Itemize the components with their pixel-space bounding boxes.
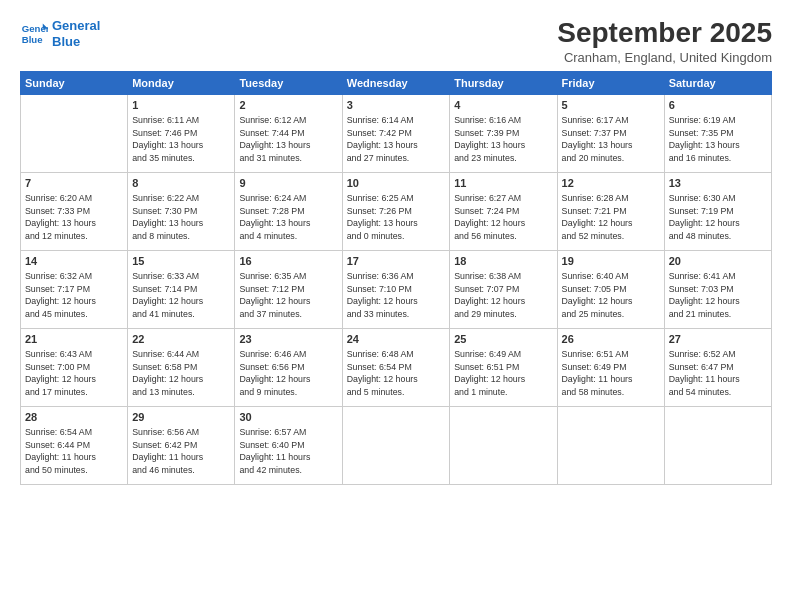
week-row-1: 1Sunrise: 6:11 AM Sunset: 7:46 PM Daylig…: [21, 94, 772, 172]
title-block: September 2025 Cranham, England, United …: [557, 18, 772, 65]
week-row-4: 21Sunrise: 6:43 AM Sunset: 7:00 PM Dayli…: [21, 328, 772, 406]
calendar-cell: 24Sunrise: 6:48 AM Sunset: 6:54 PM Dayli…: [342, 328, 449, 406]
day-info: Sunrise: 6:38 AM Sunset: 7:07 PM Dayligh…: [454, 271, 525, 320]
svg-text:Blue: Blue: [22, 33, 43, 44]
calendar-cell: 8Sunrise: 6:22 AM Sunset: 7:30 PM Daylig…: [128, 172, 235, 250]
week-row-2: 7Sunrise: 6:20 AM Sunset: 7:33 PM Daylig…: [21, 172, 772, 250]
calendar-title: September 2025: [557, 18, 772, 49]
day-number: 14: [25, 254, 123, 269]
calendar-cell: 9Sunrise: 6:24 AM Sunset: 7:28 PM Daylig…: [235, 172, 342, 250]
day-number: 7: [25, 176, 123, 191]
day-info: Sunrise: 6:20 AM Sunset: 7:33 PM Dayligh…: [25, 193, 96, 242]
calendar-cell: 13Sunrise: 6:30 AM Sunset: 7:19 PM Dayli…: [664, 172, 771, 250]
weekday-header-thursday: Thursday: [450, 71, 557, 94]
weekday-header-row: SundayMondayTuesdayWednesdayThursdayFrid…: [21, 71, 772, 94]
day-number: 12: [562, 176, 660, 191]
day-info: Sunrise: 6:52 AM Sunset: 6:47 PM Dayligh…: [669, 349, 740, 398]
day-info: Sunrise: 6:33 AM Sunset: 7:14 PM Dayligh…: [132, 271, 203, 320]
day-number: 26: [562, 332, 660, 347]
weekday-header-sunday: Sunday: [21, 71, 128, 94]
calendar-cell: [342, 406, 449, 484]
calendar-cell: 25Sunrise: 6:49 AM Sunset: 6:51 PM Dayli…: [450, 328, 557, 406]
day-info: Sunrise: 6:32 AM Sunset: 7:17 PM Dayligh…: [25, 271, 96, 320]
day-info: Sunrise: 6:48 AM Sunset: 6:54 PM Dayligh…: [347, 349, 418, 398]
day-number: 16: [239, 254, 337, 269]
day-info: Sunrise: 6:57 AM Sunset: 6:40 PM Dayligh…: [239, 427, 310, 476]
calendar-cell: [557, 406, 664, 484]
day-number: 2: [239, 98, 337, 113]
calendar-cell: 29Sunrise: 6:56 AM Sunset: 6:42 PM Dayli…: [128, 406, 235, 484]
day-info: Sunrise: 6:16 AM Sunset: 7:39 PM Dayligh…: [454, 115, 525, 164]
day-number: 13: [669, 176, 767, 191]
weekday-header-wednesday: Wednesday: [342, 71, 449, 94]
page: General Blue General Blue September 2025…: [0, 0, 792, 612]
day-info: Sunrise: 6:30 AM Sunset: 7:19 PM Dayligh…: [669, 193, 740, 242]
calendar-cell: 3Sunrise: 6:14 AM Sunset: 7:42 PM Daylig…: [342, 94, 449, 172]
header: General Blue General Blue September 2025…: [20, 18, 772, 65]
day-number: 4: [454, 98, 552, 113]
calendar-cell: 4Sunrise: 6:16 AM Sunset: 7:39 PM Daylig…: [450, 94, 557, 172]
calendar-cell: 20Sunrise: 6:41 AM Sunset: 7:03 PM Dayli…: [664, 250, 771, 328]
day-number: 5: [562, 98, 660, 113]
day-info: Sunrise: 6:25 AM Sunset: 7:26 PM Dayligh…: [347, 193, 418, 242]
calendar-cell: 12Sunrise: 6:28 AM Sunset: 7:21 PM Dayli…: [557, 172, 664, 250]
day-info: Sunrise: 6:27 AM Sunset: 7:24 PM Dayligh…: [454, 193, 525, 242]
day-info: Sunrise: 6:35 AM Sunset: 7:12 PM Dayligh…: [239, 271, 310, 320]
day-info: Sunrise: 6:22 AM Sunset: 7:30 PM Dayligh…: [132, 193, 203, 242]
day-number: 27: [669, 332, 767, 347]
day-info: Sunrise: 6:17 AM Sunset: 7:37 PM Dayligh…: [562, 115, 633, 164]
day-number: 10: [347, 176, 445, 191]
day-info: Sunrise: 6:51 AM Sunset: 6:49 PM Dayligh…: [562, 349, 633, 398]
calendar-cell: 14Sunrise: 6:32 AM Sunset: 7:17 PM Dayli…: [21, 250, 128, 328]
day-number: 23: [239, 332, 337, 347]
day-number: 22: [132, 332, 230, 347]
calendar-cell: 5Sunrise: 6:17 AM Sunset: 7:37 PM Daylig…: [557, 94, 664, 172]
calendar-cell: 23Sunrise: 6:46 AM Sunset: 6:56 PM Dayli…: [235, 328, 342, 406]
calendar-cell: 10Sunrise: 6:25 AM Sunset: 7:26 PM Dayli…: [342, 172, 449, 250]
calendar-cell: 18Sunrise: 6:38 AM Sunset: 7:07 PM Dayli…: [450, 250, 557, 328]
day-info: Sunrise: 6:19 AM Sunset: 7:35 PM Dayligh…: [669, 115, 740, 164]
day-number: 6: [669, 98, 767, 113]
calendar-cell: [664, 406, 771, 484]
day-info: Sunrise: 6:46 AM Sunset: 6:56 PM Dayligh…: [239, 349, 310, 398]
day-info: Sunrise: 6:43 AM Sunset: 7:00 PM Dayligh…: [25, 349, 96, 398]
day-info: Sunrise: 6:11 AM Sunset: 7:46 PM Dayligh…: [132, 115, 203, 164]
day-number: 9: [239, 176, 337, 191]
calendar-table: SundayMondayTuesdayWednesdayThursdayFrid…: [20, 71, 772, 485]
day-number: 20: [669, 254, 767, 269]
logo-text: General: [52, 18, 100, 34]
day-number: 19: [562, 254, 660, 269]
day-number: 15: [132, 254, 230, 269]
calendar-cell: 16Sunrise: 6:35 AM Sunset: 7:12 PM Dayli…: [235, 250, 342, 328]
day-info: Sunrise: 6:40 AM Sunset: 7:05 PM Dayligh…: [562, 271, 633, 320]
calendar-cell: 2Sunrise: 6:12 AM Sunset: 7:44 PM Daylig…: [235, 94, 342, 172]
calendar-cell: 6Sunrise: 6:19 AM Sunset: 7:35 PM Daylig…: [664, 94, 771, 172]
calendar-cell: 7Sunrise: 6:20 AM Sunset: 7:33 PM Daylig…: [21, 172, 128, 250]
day-number: 29: [132, 410, 230, 425]
day-info: Sunrise: 6:56 AM Sunset: 6:42 PM Dayligh…: [132, 427, 203, 476]
day-number: 11: [454, 176, 552, 191]
day-info: Sunrise: 6:54 AM Sunset: 6:44 PM Dayligh…: [25, 427, 96, 476]
calendar-cell: 19Sunrise: 6:40 AM Sunset: 7:05 PM Dayli…: [557, 250, 664, 328]
day-number: 1: [132, 98, 230, 113]
day-number: 3: [347, 98, 445, 113]
calendar-cell: 15Sunrise: 6:33 AM Sunset: 7:14 PM Dayli…: [128, 250, 235, 328]
day-number: 30: [239, 410, 337, 425]
day-info: Sunrise: 6:28 AM Sunset: 7:21 PM Dayligh…: [562, 193, 633, 242]
calendar-cell: [450, 406, 557, 484]
weekday-header-monday: Monday: [128, 71, 235, 94]
day-info: Sunrise: 6:44 AM Sunset: 6:58 PM Dayligh…: [132, 349, 203, 398]
calendar-subtitle: Cranham, England, United Kingdom: [557, 50, 772, 65]
day-number: 8: [132, 176, 230, 191]
day-number: 17: [347, 254, 445, 269]
calendar-cell: 21Sunrise: 6:43 AM Sunset: 7:00 PM Dayli…: [21, 328, 128, 406]
day-number: 18: [454, 254, 552, 269]
weekday-header-friday: Friday: [557, 71, 664, 94]
calendar-cell: 17Sunrise: 6:36 AM Sunset: 7:10 PM Dayli…: [342, 250, 449, 328]
day-info: Sunrise: 6:14 AM Sunset: 7:42 PM Dayligh…: [347, 115, 418, 164]
calendar-cell: 26Sunrise: 6:51 AM Sunset: 6:49 PM Dayli…: [557, 328, 664, 406]
calendar-cell: 27Sunrise: 6:52 AM Sunset: 6:47 PM Dayli…: [664, 328, 771, 406]
week-row-3: 14Sunrise: 6:32 AM Sunset: 7:17 PM Dayli…: [21, 250, 772, 328]
day-info: Sunrise: 6:24 AM Sunset: 7:28 PM Dayligh…: [239, 193, 310, 242]
calendar-cell: 22Sunrise: 6:44 AM Sunset: 6:58 PM Dayli…: [128, 328, 235, 406]
